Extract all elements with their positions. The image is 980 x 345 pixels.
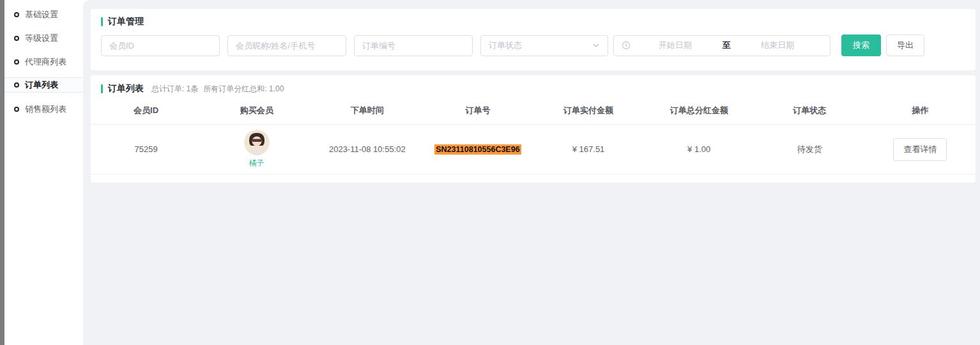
column-header: 订单实付金额: [533, 105, 644, 116]
radio-circle-icon: [14, 59, 19, 65]
main-area: 订单管理 订单状态: [83, 0, 980, 345]
order-number-highlighted: SN23110810556C3E96: [434, 144, 521, 155]
column-header: 订单状态: [754, 105, 865, 116]
order-time-cell: 2023-11-08 10:55:02: [312, 144, 422, 154]
column-header: 操作: [865, 105, 976, 116]
chevron-down-icon: [592, 42, 600, 49]
paid-amount-cell: ¥ 167.51: [533, 144, 644, 154]
sidebar-item-label: 订单列表: [25, 79, 58, 91]
dividend-amount-cell: ¥ 1.00: [644, 144, 754, 154]
order-status-select[interactable]: 订单状态: [480, 35, 608, 56]
column-header: 订单总分红金额: [644, 105, 754, 116]
table-row: 75259 橘子 2023: [91, 125, 976, 174]
total-dividend-text: 所有订单分红总和: 1.00: [203, 84, 284, 93]
column-header: 下单时间: [312, 105, 422, 116]
table-header-row: 会员ID 购买会员 下单时间 订单号 订单实付金额 订单总分红金额 订单状态 操…: [91, 97, 976, 125]
end-date-placeholder: 结束日期: [733, 40, 823, 51]
search-button[interactable]: 搜索: [841, 34, 881, 56]
order-management-card: 订单管理 订单状态: [91, 9, 976, 70]
buyer-cell: 橘子: [201, 130, 312, 169]
sidebar-item-label: 基础设置: [25, 9, 58, 20]
accent-bar: [101, 84, 103, 93]
member-id-cell: 75259: [91, 144, 201, 154]
order-number-input[interactable]: [354, 35, 473, 56]
view-details-button[interactable]: 查看详情: [893, 138, 947, 161]
accent-bar: [101, 17, 103, 26]
sidebar-item-sales-list[interactable]: 销售额列表: [4, 97, 83, 121]
content-panel: 订单管理 订单状态: [83, 0, 980, 345]
section-header: 订单管理: [101, 16, 965, 27]
sidebar-item-basic-settings[interactable]: 基础设置: [4, 3, 83, 26]
sidebar-item-agent-list[interactable]: 代理商列表: [4, 50, 83, 73]
order-summary: 总计订单: 1条所有订单分红总和: 1.00: [151, 84, 290, 95]
sidebar-item-label: 代理商列表: [25, 56, 66, 68]
sidebar-item-level-settings[interactable]: 等级设置: [4, 26, 83, 50]
select-placeholder: 订单状态: [489, 40, 522, 51]
order-status-cell: 待发货: [754, 144, 865, 155]
radio-circle-icon: [14, 82, 19, 88]
action-cell: 查看详情: [865, 138, 976, 161]
buyer-avatar: [244, 130, 270, 155]
radio-circle-icon: [14, 107, 19, 112]
order-number-cell: SN23110810556C3E96: [422, 144, 533, 154]
date-range-picker[interactable]: 开始日期 至 结束日期: [613, 35, 831, 56]
total-orders-text: 总计订单: 1条: [151, 84, 198, 93]
member-name-phone-input[interactable]: [227, 35, 346, 56]
member-id-input[interactable]: [101, 35, 220, 56]
column-header: 购买会员: [201, 105, 312, 116]
section-title: 订单列表: [108, 83, 144, 95]
date-range-separator: 至: [720, 40, 733, 51]
clock-icon: [622, 41, 631, 50]
buyer-name[interactable]: 橘子: [249, 158, 264, 169]
order-list-card: 订单列表 总计订单: 1条所有订单分红总和: 1.00 会员ID 购买会员 下单…: [91, 75, 976, 183]
sidebar-item-label: 等级设置: [25, 33, 58, 44]
column-header: 订单号: [422, 105, 533, 116]
left-edge-strip: [0, 0, 4, 345]
sidebar-item-label: 销售额列表: [25, 103, 66, 115]
radio-circle-icon: [14, 12, 19, 17]
section-title: 订单管理: [108, 16, 144, 27]
start-date-placeholder: 开始日期: [631, 40, 720, 51]
column-header: 会员ID: [91, 105, 201, 116]
radio-circle-icon: [14, 36, 19, 41]
app-window: 基础设置 等级设置 代理商列表 订单列表 销售额列表 订单管理: [0, 0, 980, 345]
section-header: 订单列表 总计订单: 1条所有订单分红总和: 1.00: [91, 83, 976, 95]
filter-row: 订单状态 开始日期 至 结束日期 搜索: [101, 34, 965, 56]
export-button[interactable]: 导出: [886, 34, 924, 56]
sidebar: 基础设置 等级设置 代理商列表 订单列表 销售额列表: [4, 0, 83, 345]
sidebar-item-order-list[interactable]: 订单列表: [4, 77, 83, 93]
